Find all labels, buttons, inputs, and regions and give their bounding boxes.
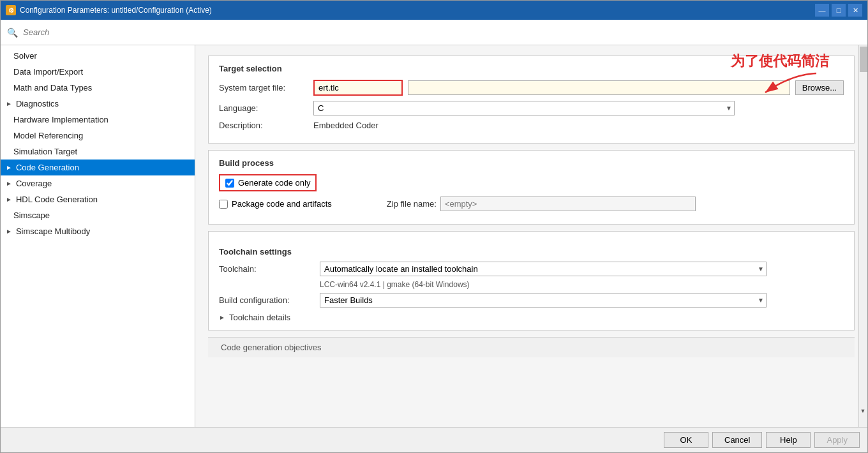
bottom-bar: OK Cancel Help Apply (1, 427, 867, 452)
minimize-button[interactable]: — (815, 4, 829, 17)
zip-label: Zip file name: (387, 199, 437, 209)
toolchain-settings-section: Toolchain settings Toolchain: Automatica… (208, 231, 855, 330)
sidebar-item-diagnostics[interactable]: ► Diagnostics (1, 96, 195, 112)
build-config-select-wrap: Faster Builds ▼ (320, 293, 767, 308)
sidebar-item-solver[interactable]: Solver (1, 48, 195, 64)
scrollbar-thumb[interactable] (860, 47, 867, 72)
sidebar-label-solver: Solver (13, 51, 37, 61)
scroll-down-icon[interactable]: ▼ (858, 408, 867, 417)
language-select-wrap: C C++ ▼ (313, 101, 735, 115)
sidebar: Solver Data Import/Export Math and Data … (1, 45, 195, 427)
toolchain-select[interactable]: Automatically locate an installed toolch… (320, 262, 767, 276)
help-button[interactable]: Help (766, 432, 811, 448)
build-config-label: Build configuration: (219, 295, 315, 305)
ok-button[interactable]: OK (664, 432, 708, 448)
sidebar-label-hdl: HDL Code Generation (16, 195, 98, 204)
sidebar-label-simscape: Simscape (13, 211, 50, 220)
sidebar-item-coverage[interactable]: ► Coverage (1, 175, 195, 191)
language-row: Language: C C++ ▼ (219, 101, 844, 115)
simscape-multibody-expand-icon: ► (6, 228, 12, 235)
annotation: 为了使代码简洁 (731, 52, 829, 97)
generate-code-checkbox[interactable] (225, 179, 234, 188)
description-label: Description: (219, 121, 308, 130)
sidebar-label-math: Math and Data Types (13, 83, 92, 93)
app-icon: ⚙ (6, 5, 16, 15)
toolchain-details-expand-icon: ► (219, 314, 225, 321)
title-bar: ⚙ Configuration Parameters: untitled/Con… (1, 1, 867, 20)
description-row: Description: Embedded Coder (219, 121, 844, 130)
sidebar-item-model-ref[interactable]: Model Referencing (1, 128, 195, 144)
search-bar: 🔍 (1, 20, 867, 45)
package-code-checkbox[interactable] (219, 200, 228, 209)
sidebar-item-data-import[interactable]: Data Import/Export (1, 64, 195, 80)
sidebar-label-coverage: Coverage (16, 179, 52, 188)
build-config-row: Build configuration: Faster Builds ▼ (219, 293, 844, 308)
description-value: Embedded Coder (313, 121, 378, 130)
toolchain-details-label: Toolchain details (229, 313, 290, 322)
build-process-title: Build process (219, 158, 844, 168)
build-config-select[interactable]: Faster Builds (320, 293, 767, 308)
sidebar-label-diagnostics: Diagnostics (16, 99, 59, 108)
search-icon: 🔍 (7, 27, 18, 38)
system-target-label: System target file: (219, 83, 308, 93)
maximize-button[interactable]: □ (832, 4, 846, 17)
sidebar-label-data-import: Data Import/Export (13, 67, 83, 77)
sidebar-item-simscape[interactable]: Simscape (1, 207, 195, 223)
sidebar-label-model-ref: Model Referencing (13, 131, 83, 140)
title-bar-left: ⚙ Configuration Parameters: untitled/Con… (6, 5, 212, 15)
code-gen-objectives-label: Code generation objectives (221, 343, 322, 352)
sidebar-label-simulation: Simulation Target (13, 147, 77, 156)
main-window: ⚙ Configuration Parameters: untitled/Con… (0, 0, 868, 453)
toolchain-row: Toolchain: Automatically locate an insta… (219, 262, 844, 276)
language-select[interactable]: C C++ (313, 101, 735, 115)
cancel-button[interactable]: Cancel (712, 432, 762, 448)
window-controls: — □ ✕ (815, 4, 862, 17)
sidebar-item-simulation[interactable]: Simulation Target (1, 144, 195, 160)
code-gen-expand-icon: ► (6, 164, 12, 171)
sidebar-item-hardware[interactable]: Hardware Implementation (1, 112, 195, 128)
generate-code-highlight-box: Generate code only (219, 174, 317, 191)
sidebar-label-code-gen: Code Generation (16, 163, 79, 172)
toolchain-select-wrap: Automatically locate an installed toolch… (320, 262, 767, 276)
package-code-label: Package code and artifacts (232, 199, 332, 209)
toolchain-label: Toolchain: (219, 264, 315, 274)
scrollbar-track[interactable]: ▼ (858, 45, 867, 427)
search-input[interactable] (23, 27, 861, 37)
toolchain-details-row[interactable]: ► Toolchain details (219, 313, 844, 322)
code-gen-objectives-bar: Code generation objectives (208, 337, 855, 357)
system-target-input[interactable] (313, 80, 403, 96)
sidebar-item-code-gen[interactable]: ► Code Generation (1, 160, 195, 175)
window-title: Configuration Parameters: untitled/Confi… (20, 6, 212, 15)
generate-code-label: Generate code only (238, 178, 310, 188)
content-area: 为了使代码简洁 Target selection System target f… (195, 45, 867, 427)
package-code-row: Package code and artifacts Zip file name… (219, 197, 844, 211)
coverage-expand-icon: ► (6, 180, 12, 187)
sidebar-item-simscape-multibody[interactable]: ► Simscape Multibody (1, 223, 195, 239)
zip-filename-input[interactable] (440, 197, 696, 211)
toolchain-settings-title: Toolchain settings (219, 247, 844, 256)
build-process-section: Build process Generate code only Package… (208, 150, 855, 225)
language-label: Language: (219, 103, 308, 113)
annotation-arrow-svg (752, 68, 829, 97)
toolchain-subtitle: LCC-win64 v2.4.1 | gmake (64-bit Windows… (320, 280, 844, 289)
main-area: Solver Data Import/Export Math and Data … (1, 45, 867, 427)
sidebar-label-hardware: Hardware Implementation (13, 115, 108, 124)
generate-code-row: Generate code only (219, 174, 844, 191)
hdl-expand-icon: ► (6, 196, 12, 203)
diagnostics-expand-icon: ► (6, 100, 12, 107)
sidebar-label-simscape-multibody: Simscape Multibody (16, 226, 90, 236)
sidebar-item-math[interactable]: Math and Data Types (1, 80, 195, 96)
close-button[interactable]: ✕ (848, 4, 862, 17)
sidebar-item-hdl[interactable]: ► HDL Code Generation (1, 191, 195, 207)
apply-button[interactable]: Apply (814, 432, 860, 448)
